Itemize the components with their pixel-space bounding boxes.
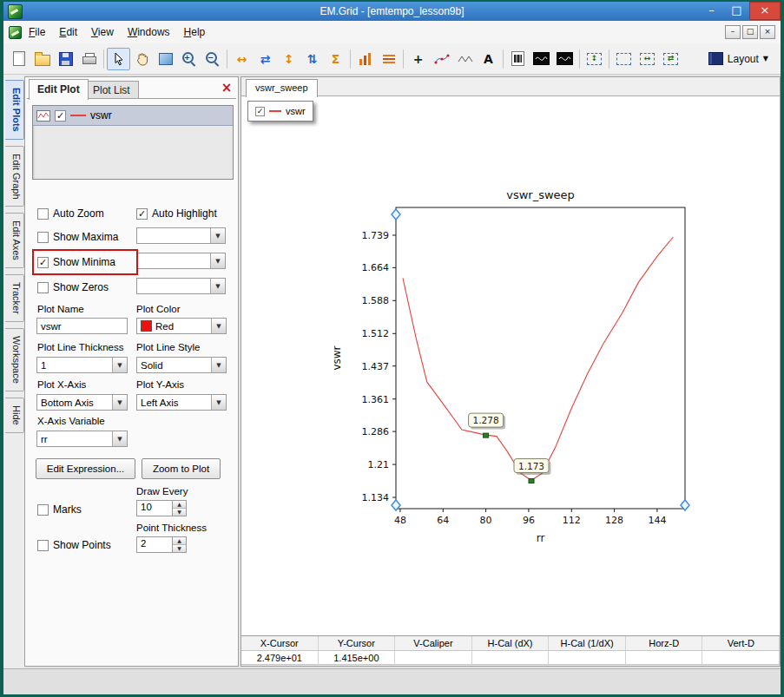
open-file-button[interactable] — [30, 48, 54, 70]
plot-line-thickness-combo[interactable]: 1 ▼ — [36, 357, 128, 373]
colormap-dark-2-button[interactable] — [553, 48, 576, 70]
zoom-in-button[interactable]: + — [177, 48, 201, 70]
plot-list-box[interactable]: ✓ vswr — [32, 105, 234, 180]
show-points-checkbox[interactable] — [37, 540, 49, 551]
text-tool-button[interactable]: A — [477, 48, 500, 70]
plot-color-combo[interactable]: Red ▼ — [136, 318, 227, 334]
x-axis-variable-combo[interactable]: rr ▼ — [36, 431, 128, 447]
show-zeros-checkbox[interactable] — [37, 282, 49, 293]
edit-expression-button[interactable]: Edit Expression... — [36, 458, 135, 479]
draw-every-spinner[interactable]: 10 ▲ ▼ — [136, 500, 187, 516]
fit-horizontal-button[interactable]: ↔ — [230, 48, 254, 70]
tab-vswr-sweep[interactable]: vswr_sweep — [246, 79, 318, 97]
zoom-out-button[interactable]: − — [201, 48, 224, 70]
dropdown-arrow-icon[interactable]: ▼ — [211, 319, 226, 333]
line-list-button[interactable] — [377, 48, 400, 70]
dropdown-arrow-icon[interactable]: ▼ — [211, 395, 226, 410]
dropdown-arrow-icon[interactable]: ▼ — [210, 279, 225, 293]
save-file-button[interactable] — [54, 48, 77, 70]
zigzag-tool-button[interactable] — [453, 48, 477, 70]
plot-x-axis-combo[interactable]: Bottom Axis ▼ — [36, 394, 128, 411]
layout-button[interactable]: Layout▼ — [705, 50, 777, 67]
side-tab-hide[interactable]: Hide — [5, 398, 24, 433]
crosshair-button[interactable]: + — [406, 48, 430, 70]
plot-y-axis-combo[interactable]: Left Axis ▼ — [136, 394, 227, 411]
side-tab-edit-axes[interactable]: Edit Axes — [5, 213, 24, 268]
new-file-button[interactable] — [7, 48, 30, 70]
dropdown-arrow-icon[interactable]: ▼ — [210, 253, 225, 268]
close-button[interactable]: × — [749, 2, 781, 20]
tab-plot-list[interactable]: Plot List — [84, 81, 139, 99]
pan-tool-button[interactable] — [130, 48, 154, 70]
v-caliper-button[interactable]: ↕ — [583, 48, 606, 70]
plot-item-checkbox[interactable]: ✓ — [55, 110, 66, 122]
mdi-close-button[interactable]: × — [760, 25, 775, 39]
bar-chart-button[interactable] — [353, 48, 377, 70]
menu-view[interactable]: View — [84, 23, 121, 41]
x-tick-label: 96 — [523, 515, 535, 526]
spinner-up-icon[interactable]: ▲ — [173, 537, 186, 545]
side-tab-tracker[interactable]: Tracker — [5, 274, 24, 322]
h-caliper-2-button[interactable]: ⇄ — [659, 48, 682, 70]
legend-vswr-checkbox[interactable]: ✓ — [255, 107, 265, 116]
open-folder-icon — [35, 55, 50, 66]
menu-windows[interactable]: Windows — [121, 23, 177, 41]
spinner-down-icon[interactable]: ▼ — [173, 509, 186, 516]
side-tab-edit-graph[interactable]: Edit Graph — [5, 146, 24, 207]
side-tab-edit-plots[interactable]: Edit Plots — [5, 80, 24, 140]
autoscale-sum-button[interactable]: Σ — [324, 48, 347, 70]
maximize-button[interactable]: □ — [724, 2, 749, 20]
dropdown-arrow-icon[interactable]: ▼ — [112, 358, 127, 372]
print-button[interactable] — [77, 48, 101, 70]
dropdown-arrow-icon[interactable]: ▼ — [210, 228, 225, 243]
side-tab-workspace[interactable]: Workspace — [5, 328, 24, 391]
point-thickness-spinner[interactable]: 2 ▲ ▼ — [136, 536, 187, 553]
show-zeros-style-combo[interactable]: ▼ — [136, 278, 226, 294]
color-swatch — [141, 320, 152, 332]
show-minima-style-combo[interactable]: ▼ — [136, 253, 226, 269]
tab-edit-plot[interactable]: Edit Plot — [29, 79, 89, 100]
marks-checkbox[interactable] — [37, 504, 49, 516]
mdi-restore-button[interactable]: □ — [742, 25, 758, 39]
fit-vertical-button[interactable]: ↕ — [277, 48, 300, 70]
plot-line-style-combo[interactable]: Solid ▼ — [136, 357, 227, 373]
select-cursor-button[interactable] — [107, 48, 130, 70]
caliper-box-icon: ↕ — [587, 53, 602, 65]
region-select-button[interactable] — [612, 48, 636, 70]
legend-line-sample — [269, 110, 281, 112]
zoom-region-button[interactable] — [154, 48, 177, 70]
plot-list-item-vswr[interactable]: ✓ vswr — [33, 106, 233, 126]
magnifier-icon: − — [205, 51, 220, 66]
x-tick-label: 48 — [394, 515, 406, 526]
dropdown-arrow-icon[interactable]: ▼ — [112, 431, 127, 446]
chart-svg: vswr_sweep486480961121281441.1341.211.28… — [241, 96, 780, 635]
dropdown-arrow-icon[interactable]: ▼ — [112, 395, 127, 410]
h-caliper-button[interactable]: ↔ — [636, 48, 659, 70]
y-axis-title: vswr — [331, 345, 343, 370]
spinner-up-icon[interactable]: ▲ — [173, 501, 186, 509]
auto-highlight-checkbox[interactable]: ✓ — [136, 208, 148, 220]
colormap-dark-button[interactable] — [530, 48, 553, 70]
minimize-button[interactable]: – — [699, 2, 724, 20]
show-maxima-checkbox[interactable] — [37, 232, 49, 243]
zoom-to-plot-button[interactable]: Zoom to Plot — [142, 458, 221, 479]
layout-icon — [708, 52, 723, 65]
cursor-arrow-icon — [111, 51, 127, 67]
mdi-minimize-button[interactable]: – — [725, 25, 741, 39]
graph-panel: vswr_sweep vswr_sweep486480961121281441.… — [240, 76, 781, 667]
extents-horizontal-button[interactable]: ⇄ — [254, 48, 277, 70]
extents-vertical-button[interactable]: ⇅ — [300, 48, 324, 70]
menu-edit[interactable]: Edit — [52, 23, 84, 41]
export-image-button[interactable] — [506, 48, 530, 70]
panel-close-icon[interactable]: × — [220, 82, 234, 95]
dropdown-arrow-icon[interactable]: ▼ — [211, 358, 226, 372]
menu-help[interactable]: Help — [177, 23, 213, 41]
spline-tool-button[interactable] — [430, 48, 453, 70]
menu-file[interactable]: File — [22, 23, 52, 41]
auto-zoom-checkbox[interactable] — [37, 208, 49, 220]
plot-name-input[interactable]: vswr — [36, 318, 128, 334]
minimum-marker[interactable] — [484, 433, 489, 437]
minimum-marker[interactable] — [529, 479, 534, 483]
show-maxima-style-combo[interactable]: ▼ — [136, 227, 226, 244]
spinner-down-icon[interactable]: ▼ — [173, 545, 186, 552]
